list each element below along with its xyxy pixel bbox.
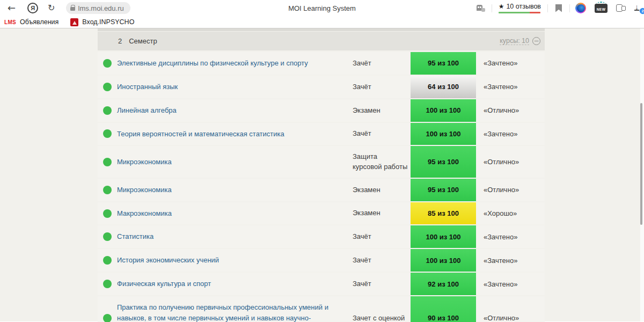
reviews-count-label: 10 отзывов — [506, 3, 541, 10]
completed-status-dot — [103, 129, 112, 138]
assessment-type: Зачёт — [353, 250, 411, 271]
course-link[interactable]: Макроэкономика — [117, 209, 172, 217]
completed-status-dot — [103, 106, 112, 115]
yandex-browser-icon[interactable]: Я — [27, 3, 38, 13]
collections-icon[interactable] — [616, 4, 626, 12]
protect-icon[interactable] — [477, 5, 485, 12]
refresh-button[interactable]: ↻ — [48, 4, 55, 12]
inpsycho-favicon — [70, 18, 78, 26]
collapse-section-button[interactable]: − — [532, 37, 540, 45]
course-link[interactable]: Практика по получению первичных професси… — [117, 303, 328, 322]
completed-status-dot — [103, 209, 112, 218]
address-bar[interactable]: lms.moi.edu.ru — [66, 2, 130, 14]
course-name-cell: Теория вероятностей и математическая ста… — [117, 123, 353, 145]
score-badge: 90 из 100 — [411, 296, 476, 322]
assessment-type: Зачёт — [353, 53, 411, 74]
course-name-cell: Макроэкономика — [117, 202, 353, 225]
assessment-type: Зачёт — [353, 76, 411, 98]
lms-favicon: LMS — [4, 19, 16, 25]
score-badge: 64 из 100 — [411, 76, 476, 98]
bookmark-item-inpsycho[interactable]: Вход.INPSYCHO — [70, 18, 134, 26]
completed-status-dot — [103, 232, 112, 241]
course-row: Иностранный язык Зачёт 64 из 100 «Зачтен… — [98, 76, 545, 98]
bookmark-item-announcements[interactable]: LMS Объявления — [4, 18, 58, 26]
toolbar-separator — [492, 4, 492, 12]
score-badge: 95 из 100 — [411, 52, 476, 75]
course-link[interactable]: Иностранный язык — [117, 83, 178, 91]
grade-text: «Отлично» — [476, 106, 545, 114]
completed-status-dot — [103, 83, 112, 91]
assessment-type: Зачет с оценкой — [353, 308, 411, 322]
score-badge: 95 из 100 — [411, 146, 476, 177]
completed-status-dot — [103, 256, 112, 265]
status-dot-cell — [98, 76, 117, 98]
grade-text: «Отлично» — [476, 186, 545, 194]
status-dot-cell — [98, 225, 117, 248]
url-text: lms.moi.edu.ru — [78, 4, 124, 12]
course-row: Статистика Зачёт 100 из 100 «Зачтено» — [98, 225, 545, 248]
course-name-cell: Микроэкономика — [117, 179, 353, 201]
completed-status-dot — [103, 59, 112, 68]
lms-page-content: 2 Семестр курсы: 10 − Элективные дисципл… — [0, 28, 644, 321]
course-row: Физическая культура и спорт Зачёт 92 из … — [98, 273, 545, 295]
bookmarks-bar: LMS Объявления Вход.INPSYCHO — [0, 16, 644, 28]
course-row: Микроэкономика Экзамен 95 из 100 «Отличн… — [98, 179, 545, 201]
status-dot-cell — [98, 146, 117, 177]
course-link[interactable]: История экономических учений — [117, 256, 219, 264]
assessment-type: Экзамен — [353, 100, 411, 121]
status-dot-cell — [98, 296, 117, 322]
course-link[interactable]: Линейная алгебра — [117, 106, 177, 114]
course-row: Элективные дисциплины по физической куль… — [98, 52, 545, 75]
score-badge: 92 из 100 — [411, 273, 476, 295]
grade-text: «Зачтено» — [476, 233, 545, 241]
course-name-cell: Иностранный язык — [117, 76, 353, 98]
course-link[interactable]: Микроэкономика — [117, 186, 172, 194]
site-reviews-button[interactable]: ★ 10 отзывов — [499, 3, 541, 13]
assessment-type: Экзамен — [353, 202, 411, 224]
course-link[interactable]: Статистика — [117, 232, 153, 240]
course-name-cell: Линейная алгебра — [117, 99, 353, 122]
extension-new-icon[interactable]: NEW — [595, 4, 608, 13]
course-row: Макроэкономика Экзамен 85 из 100 «Хорошо… — [98, 202, 545, 225]
grade-text: «Зачтено» — [476, 280, 545, 288]
course-link[interactable]: Теория вероятностей и математическая ста… — [117, 130, 284, 138]
completed-status-dot — [103, 280, 112, 288]
bookmark-label: Объявления — [20, 18, 58, 26]
back-button[interactable]: ← — [8, 3, 16, 13]
course-name-cell: Элективные дисциплины по физической куль… — [117, 52, 353, 75]
gradebook-table: 2 Семестр курсы: 10 − Элективные дисципл… — [98, 28, 545, 322]
score-badge: 100 из 100 — [411, 123, 476, 145]
assessment-type: Защита курсовой работы — [353, 146, 411, 177]
course-link[interactable]: Физическая культура и спорт — [117, 280, 211, 288]
bookmark-flag-icon[interactable] — [555, 4, 562, 12]
status-dot-cell — [98, 179, 117, 201]
reviews-rating-bar — [499, 12, 540, 13]
status-dot-cell — [98, 273, 117, 295]
courses-count-link[interactable]: курсы: 10 — [500, 37, 529, 45]
downloads-button[interactable]: ↓ 2 — [633, 3, 643, 13]
course-row: Линейная алгебра Экзамен 100 из 100 «Отл… — [98, 99, 545, 122]
semester-2-header: 2 Семестр курсы: 10 − — [98, 32, 545, 50]
completed-status-dot — [103, 314, 112, 322]
course-link[interactable]: Микроэкономика — [117, 158, 172, 166]
star-icon: ★ — [499, 3, 504, 10]
assessment-type: Зачёт — [353, 226, 411, 247]
completed-status-dot — [103, 186, 112, 194]
lock-icon[interactable] — [70, 7, 75, 11]
extension-browser-icon[interactable] — [575, 3, 586, 13]
vertical-scrollbar-track[interactable] — [640, 28, 644, 321]
score-badge: 85 из 100 — [411, 202, 476, 225]
grade-text: «Зачтено» — [476, 257, 545, 265]
status-dot-cell — [98, 249, 117, 272]
toolbar-separator — [547, 4, 548, 12]
course-link[interactable]: Элективные дисциплины по физической куль… — [117, 59, 308, 67]
browser-toolbar: ← Я ↻ lms.moi.edu.ru MOI Learning System… — [0, 0, 644, 16]
course-name-cell: Практика по получению первичных професси… — [117, 296, 353, 322]
vertical-scrollbar-thumb[interactable] — [640, 103, 642, 225]
assessment-type: Экзамен — [353, 179, 411, 201]
score-badge: 100 из 100 — [411, 99, 476, 122]
score-badge: 100 из 100 — [411, 225, 476, 248]
status-dot-cell — [98, 52, 117, 75]
toolbar-separator — [569, 4, 570, 12]
grade-text: «Зачтено» — [476, 83, 545, 91]
